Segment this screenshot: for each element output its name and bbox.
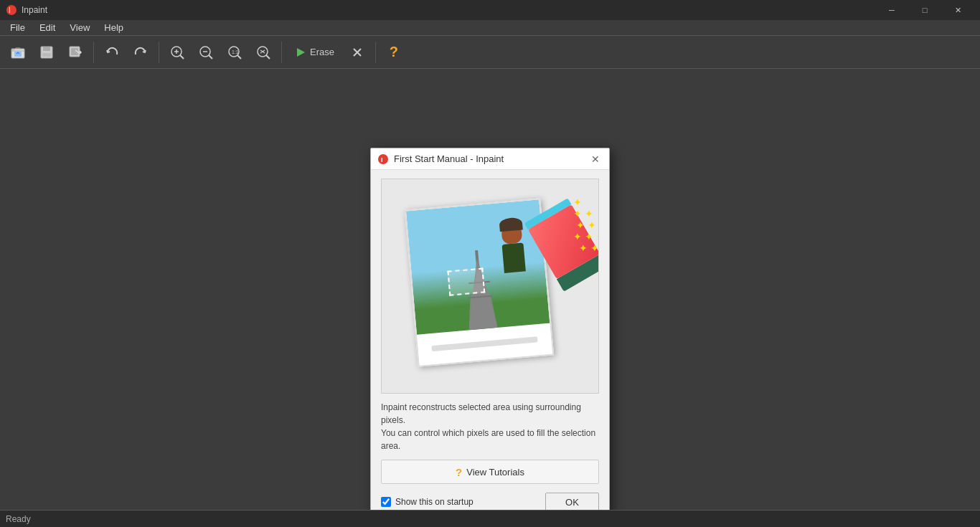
separator-3 bbox=[281, 42, 282, 63]
help-icon: ? bbox=[390, 44, 398, 60]
redo-icon bbox=[133, 44, 149, 60]
erase-label: Erase bbox=[310, 47, 334, 57]
separator-1 bbox=[93, 42, 94, 63]
zoom-in-button[interactable] bbox=[164, 39, 191, 66]
show-startup-checkbox-area[interactable]: Show this on startup bbox=[381, 497, 473, 507]
selection-box bbox=[447, 267, 485, 295]
window-controls: ─ □ ✕ bbox=[875, 0, 974, 20]
zoom-reset-icon: 1:1 bbox=[227, 44, 242, 60]
undo-button[interactable] bbox=[98, 39, 126, 66]
svg-text:1:1: 1:1 bbox=[232, 49, 239, 54]
dialog-description: Inpaint reconstructs selected area using… bbox=[381, 401, 599, 452]
minimize-button[interactable]: ─ bbox=[875, 0, 908, 20]
separator-2 bbox=[159, 42, 159, 63]
save-icon bbox=[39, 44, 55, 60]
view-tutorials-label: View Tutorials bbox=[466, 467, 524, 478]
tutorials-question-icon: ? bbox=[456, 466, 462, 478]
status-text: Ready bbox=[6, 514, 31, 524]
zoom-out-icon bbox=[198, 44, 214, 60]
dialog-body: ✦✦ ✦ ✦ ✦✦ ✦ ✦ ✦ ✦ Inpaint reconstructs s… bbox=[371, 170, 609, 520]
description-line1: Inpaint reconstructs selected area using… bbox=[381, 402, 581, 425]
svg-text:I: I bbox=[9, 6, 11, 14]
svg-marker-14 bbox=[297, 48, 305, 57]
export-button[interactable] bbox=[62, 39, 89, 66]
dialog-close-button[interactable]: ✕ bbox=[588, 151, 603, 167]
view-tutorials-button[interactable]: ? View Tutorials bbox=[381, 460, 599, 484]
person-head bbox=[501, 223, 522, 244]
illustration-container: ✦✦ ✦ ✦ ✦✦ ✦ ✦ ✦ ✦ bbox=[397, 189, 583, 383]
maximize-button[interactable]: □ bbox=[908, 0, 941, 20]
menu-help[interactable]: Help bbox=[97, 21, 131, 34]
svg-point-15 bbox=[378, 154, 388, 164]
menu-view[interactable]: View bbox=[62, 21, 97, 34]
app-title: Inpaint bbox=[22, 5, 875, 15]
svg-rect-6 bbox=[42, 53, 51, 57]
zoom-reset-button[interactable]: 1:1 bbox=[221, 39, 248, 66]
help-button[interactable]: ? bbox=[380, 39, 407, 66]
zoom-out-button[interactable] bbox=[192, 39, 220, 66]
zoom-in-icon bbox=[169, 44, 185, 60]
show-startup-checkbox[interactable] bbox=[381, 497, 391, 507]
photo-card-image bbox=[406, 199, 550, 334]
svg-rect-5 bbox=[43, 47, 50, 51]
ok-button[interactable]: OK bbox=[545, 493, 599, 511]
close-window-button[interactable]: ✕ bbox=[941, 0, 974, 20]
separator-4 bbox=[375, 42, 376, 63]
dialog-footer: Show this on startup OK bbox=[381, 491, 599, 511]
toolbar: 1:1 Erase ? bbox=[0, 36, 980, 69]
person-figure bbox=[494, 222, 532, 283]
dialog-title: First Start Manual - Inpaint bbox=[394, 153, 588, 164]
dialog-titlebar: I First Start Manual - Inpaint ✕ bbox=[371, 148, 609, 170]
save-button[interactable] bbox=[33, 39, 60, 66]
app-icon: I bbox=[6, 4, 17, 16]
export-icon bbox=[67, 44, 83, 60]
erase-play-icon bbox=[294, 46, 307, 59]
menu-edit[interactable]: Edit bbox=[32, 21, 62, 34]
zoom-fit-button[interactable] bbox=[250, 39, 277, 66]
cancel-button[interactable] bbox=[344, 39, 371, 66]
titlebar: I Inpaint ─ □ ✕ bbox=[0, 0, 980, 20]
undo-icon bbox=[104, 44, 120, 60]
description-line2: You can control which pixels are used to… bbox=[381, 428, 595, 451]
zoom-fit-icon bbox=[255, 44, 271, 60]
show-startup-label: Show this on startup bbox=[395, 497, 473, 507]
redo-button[interactable] bbox=[127, 39, 154, 66]
statusbar: Ready bbox=[0, 510, 980, 527]
main-area: I First Start Manual - Inpaint ✕ bbox=[0, 69, 980, 510]
photo-card-line bbox=[431, 337, 538, 352]
menu-file[interactable]: File bbox=[3, 21, 32, 34]
cancel-icon bbox=[351, 46, 364, 59]
svg-text:I: I bbox=[381, 156, 383, 163]
open-icon bbox=[10, 44, 26, 60]
person-body bbox=[501, 242, 525, 272]
stars-decoration: ✦✦ ✦ ✦ ✦✦ ✦ ✦ ✦ ✦ bbox=[573, 196, 599, 254]
erase-button[interactable]: Erase bbox=[286, 39, 342, 66]
dialog-illustration: ✦✦ ✦ ✦ ✦✦ ✦ ✦ ✦ ✦ bbox=[381, 179, 599, 394]
dialog: I First Start Manual - Inpaint ✕ bbox=[370, 148, 610, 521]
open-button[interactable] bbox=[4, 39, 32, 66]
menubar: File Edit View Help bbox=[0, 20, 980, 36]
dialog-app-icon: I bbox=[377, 153, 390, 166]
